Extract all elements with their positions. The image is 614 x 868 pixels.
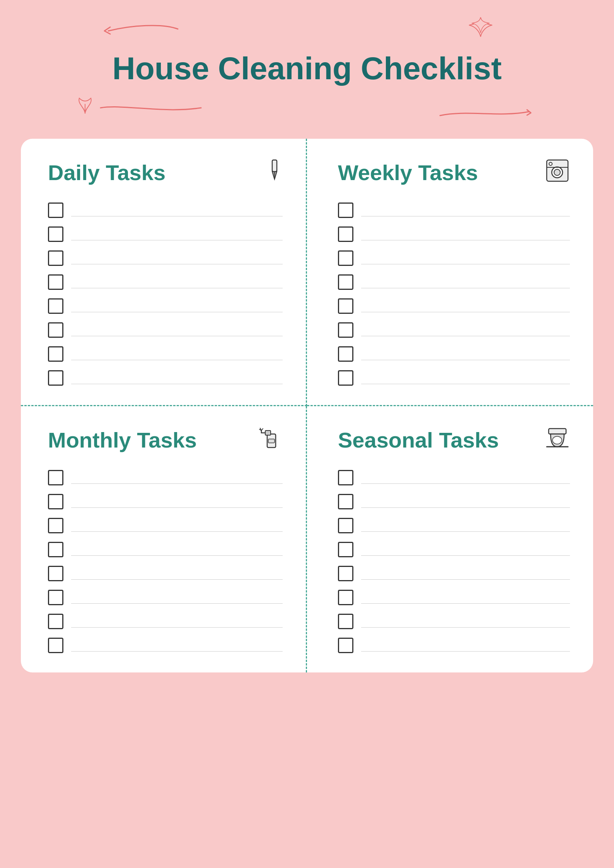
seasonal-checkbox-2[interactable] — [338, 494, 353, 509]
daily-checkbox-7[interactable] — [48, 346, 63, 362]
list-item — [48, 614, 283, 629]
monthly-checkbox-6[interactable] — [48, 590, 63, 605]
daily-checkbox-6[interactable] — [48, 322, 63, 338]
daily-tasks-title: Daily Tasks — [48, 160, 165, 185]
list-item — [48, 590, 283, 605]
weekly-tasks-title: Weekly Tasks — [338, 160, 478, 185]
monthly-label-4 — [71, 543, 283, 556]
seasonal-tasks-section: Seasonal Tasks — [307, 406, 593, 672]
weekly-label-5 — [361, 300, 570, 312]
list-item — [338, 566, 570, 581]
monthly-checkbox-3[interactable] — [48, 518, 63, 533]
weekly-tasks-section: Weekly Tasks — [307, 139, 593, 406]
monthly-label-1 — [71, 471, 283, 484]
list-item — [338, 370, 570, 386]
svg-point-16 — [553, 436, 562, 444]
seasonal-checkbox-7[interactable] — [338, 614, 353, 629]
seasonal-checkbox-4[interactable] — [338, 542, 353, 557]
seasonal-tasks-title: Seasonal Tasks — [338, 427, 499, 453]
list-item — [338, 203, 570, 218]
weekly-checkbox-6[interactable] — [338, 322, 353, 338]
header: House Cleaning Checklist — [0, 0, 614, 131]
daily-tasks-header: Daily Tasks — [48, 158, 283, 187]
seasonal-checkbox-1[interactable] — [338, 470, 353, 485]
list-item — [338, 590, 570, 605]
weekly-label-1 — [361, 204, 570, 216]
page-title: House Cleaning Checklist — [112, 50, 501, 87]
list-item — [338, 322, 570, 338]
weekly-label-4 — [361, 276, 570, 288]
monthly-tasks-title: Monthly Tasks — [48, 427, 197, 453]
svg-line-13 — [261, 429, 263, 431]
seasonal-checkbox-8[interactable] — [338, 638, 353, 653]
svg-rect-15 — [549, 429, 566, 434]
daily-label-5 — [71, 300, 283, 312]
svg-rect-1 — [272, 160, 277, 172]
daily-checkbox-5[interactable] — [48, 298, 63, 314]
svg-point-7 — [549, 162, 552, 165]
weekly-tasks-header: Weekly Tasks — [338, 158, 570, 187]
weekly-checkbox-2[interactable] — [338, 226, 353, 242]
daily-checkbox-8[interactable] — [48, 370, 63, 386]
list-item — [48, 226, 283, 242]
list-item — [338, 298, 570, 314]
weekly-checkbox-4[interactable] — [338, 274, 353, 290]
daily-label-7 — [71, 348, 283, 360]
weekly-tasks-list — [338, 203, 570, 386]
list-item — [338, 494, 570, 509]
spray-icon — [258, 425, 283, 454]
list-item — [48, 370, 283, 386]
daily-checkbox-2[interactable] — [48, 226, 63, 242]
list-item — [338, 470, 570, 485]
monthly-checkbox-4[interactable] — [48, 542, 63, 557]
weekly-checkbox-8[interactable] — [338, 370, 353, 386]
weekly-checkbox-5[interactable] — [338, 298, 353, 314]
monthly-checkbox-5[interactable] — [48, 566, 63, 581]
list-item — [338, 274, 570, 290]
daily-tasks-section: Daily Tasks — [21, 139, 307, 406]
weekly-checkbox-3[interactable] — [338, 250, 353, 266]
daily-label-8 — [71, 372, 283, 384]
weekly-checkbox-1[interactable] — [338, 203, 353, 218]
seasonal-label-3 — [361, 519, 570, 532]
monthly-tasks-list — [48, 470, 283, 653]
daily-checkbox-1[interactable] — [48, 203, 63, 218]
monthly-checkbox-2[interactable] — [48, 494, 63, 509]
list-item — [338, 638, 570, 653]
seasonal-checkbox-3[interactable] — [338, 518, 353, 533]
seasonal-label-4 — [361, 543, 570, 556]
list-item — [48, 470, 283, 485]
daily-checkbox-3[interactable] — [48, 250, 63, 266]
weekly-label-7 — [361, 348, 570, 360]
daily-tasks-list — [48, 203, 283, 386]
daily-label-4 — [71, 276, 283, 288]
deco-arrow-bottom-left-icon — [93, 100, 209, 119]
monthly-checkbox-8[interactable] — [48, 638, 63, 653]
list-item — [338, 346, 570, 362]
weekly-checkbox-7[interactable] — [338, 346, 353, 362]
top-decorations — [23, 15, 591, 46]
list-item — [48, 494, 283, 509]
list-item — [48, 250, 283, 266]
daily-checkbox-4[interactable] — [48, 274, 63, 290]
seasonal-checkbox-6[interactable] — [338, 590, 353, 605]
deco-arrow-left-icon — [101, 19, 186, 39]
daily-label-1 — [71, 204, 283, 216]
list-item — [48, 203, 283, 218]
seasonal-label-8 — [361, 639, 570, 652]
list-item — [338, 226, 570, 242]
monthly-label-3 — [71, 519, 283, 532]
weekly-label-2 — [361, 228, 570, 240]
toilet-icon — [545, 425, 570, 454]
list-item — [338, 250, 570, 266]
monthly-checkbox-7[interactable] — [48, 614, 63, 629]
monthly-label-5 — [71, 567, 283, 580]
list-item — [338, 614, 570, 629]
svg-point-6 — [554, 169, 560, 175]
washer-icon — [545, 158, 570, 187]
seasonal-label-6 — [361, 591, 570, 604]
brush-icon — [258, 158, 283, 187]
seasonal-checkbox-5[interactable] — [338, 566, 353, 581]
monthly-checkbox-1[interactable] — [48, 470, 63, 485]
svg-rect-10 — [265, 431, 271, 435]
